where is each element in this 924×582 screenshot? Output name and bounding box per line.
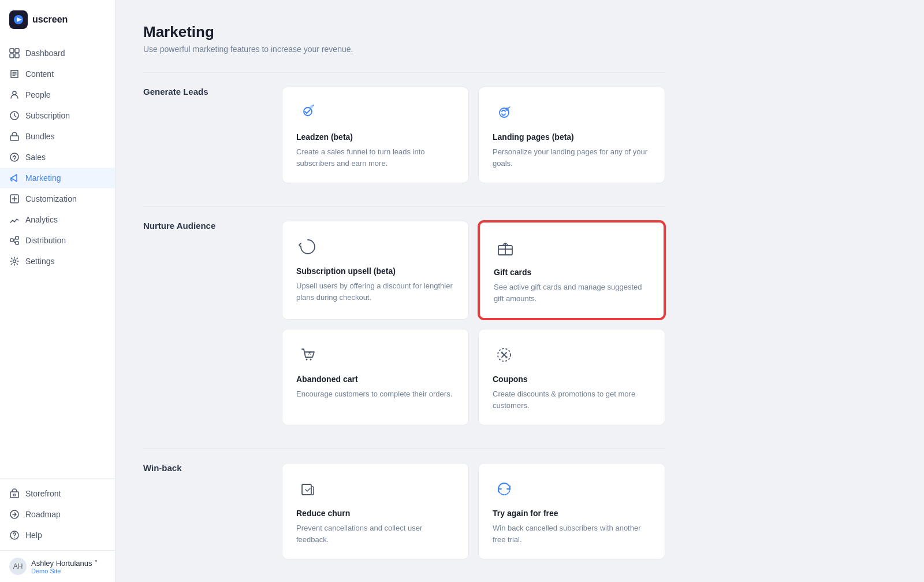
svg-rect-9 — [10, 136, 18, 140]
svg-point-31 — [501, 351, 503, 354]
card-try-again-free[interactable]: Try again for free Win back cancelled su… — [478, 463, 665, 559]
sidebar-item-dashboard-label: Dashboard — [25, 49, 65, 58]
card-gift-cards-desc: See active gift cards and manage suggest… — [494, 281, 650, 304]
sidebar-bottom: Storefront Roadmap Help — [0, 478, 115, 550]
landing-pages-icon — [493, 101, 516, 124]
svg-point-15 — [13, 260, 16, 263]
logo-area[interactable]: uscreen — [0, 0, 115, 38]
card-leadzen[interactable]: Leadzen (beta) Create a sales funnel to … — [282, 87, 469, 183]
card-landing-pages-title: Landing pages (beta) — [493, 132, 651, 142]
subscription-upsell-icon — [296, 235, 319, 258]
sidebar-item-help-label: Help — [25, 531, 42, 540]
sidebar-item-subscription-label: Subscription — [25, 111, 70, 120]
sidebar-item-help[interactable]: Help — [0, 525, 115, 546]
section-divider-nurture — [143, 206, 665, 207]
sidebar-item-analytics[interactable]: Analytics — [0, 209, 115, 230]
svg-point-20 — [14, 537, 14, 537]
sidebar-item-sales-label: Sales — [25, 153, 46, 162]
card-subscription-upsell[interactable]: Subscription upsell (beta) Upsell users … — [282, 221, 469, 320]
card-abandoned-cart-title: Abandoned cart — [296, 375, 454, 384]
main-content: Marketing Use powerful marketing feature… — [116, 0, 924, 582]
svg-rect-6 — [15, 54, 19, 58]
user-area[interactable]: AH Ashley Hortulanus ˅ Demo Site — [0, 550, 115, 582]
sidebar-item-content-label: Content — [25, 69, 54, 79]
sidebar-item-distribution[interactable]: Distribution — [0, 230, 115, 251]
page-title: Marketing — [143, 23, 665, 41]
sidebar-item-dashboard[interactable]: Dashboard — [0, 43, 115, 64]
svg-point-32 — [505, 356, 508, 358]
sidebar-item-customization-label: Customization — [25, 194, 77, 203]
sidebar: uscreen Dashboard Content People — [0, 0, 116, 582]
section-win-back: Win-back Reduce churn Prevent — [143, 448, 665, 559]
card-gift-cards[interactable]: Gift cards See active gift cards and man… — [478, 221, 665, 320]
svg-rect-17 — [13, 494, 16, 496]
sidebar-item-roadmap-label: Roadmap — [25, 510, 61, 519]
card-landing-pages-desc: Personalize your landing pages for any o… — [493, 146, 651, 169]
try-again-free-icon — [493, 477, 516, 501]
reduce-churn-icon — [296, 477, 319, 501]
section-nurture-audience: Nurture Audience Subscription upsell (be… — [143, 206, 665, 425]
sidebar-item-people[interactable]: People — [0, 84, 115, 105]
bundles-icon — [9, 131, 20, 142]
sidebar-item-distribution-label: Distribution — [25, 236, 66, 245]
section-divider-winback — [143, 448, 665, 449]
card-landing-pages[interactable]: Landing pages (beta) Personalize your la… — [478, 87, 665, 183]
settings-icon — [9, 256, 20, 266]
card-try-again-free-title: Try again for free — [493, 509, 651, 518]
sidebar-item-content[interactable]: Content — [0, 64, 115, 84]
content-icon — [9, 69, 20, 79]
nav-list: Dashboard Content People Subscription — [0, 38, 115, 478]
svg-rect-16 — [10, 492, 18, 498]
sidebar-item-analytics-label: Analytics — [25, 215, 58, 224]
sidebar-item-sales[interactable]: Sales — [0, 147, 115, 168]
svg-point-25 — [500, 108, 509, 117]
svg-rect-3 — [10, 49, 14, 53]
card-reduce-churn[interactable]: Reduce churn Prevent cancellations and c… — [282, 463, 469, 559]
avatar: AH — [9, 558, 27, 575]
user-site: Demo Site — [31, 568, 106, 574]
sales-icon — [9, 152, 20, 162]
svg-point-10 — [10, 153, 18, 161]
section-generate-leads: Generate Leads — [143, 72, 665, 183]
sidebar-item-subscription[interactable]: Subscription — [0, 105, 115, 126]
section-label-win-back: Win-back — [143, 463, 263, 473]
sidebar-item-customization[interactable]: Customization — [0, 188, 115, 209]
dashboard-icon — [9, 48, 20, 58]
card-coupons-title: Coupons — [493, 375, 651, 384]
card-reduce-churn-desc: Prevent cancellations and collect user f… — [296, 522, 454, 545]
help-icon — [9, 530, 20, 540]
sidebar-item-bundles-label: Bundles — [25, 132, 55, 141]
sidebar-item-bundles[interactable]: Bundles — [0, 126, 115, 147]
sidebar-item-roadmap[interactable]: Roadmap — [0, 504, 115, 525]
sidebar-item-settings[interactable]: Settings — [0, 251, 115, 272]
leadzen-icon — [296, 101, 319, 124]
sidebar-item-storefront[interactable]: Storefront — [0, 483, 115, 504]
card-abandoned-cart[interactable]: Abandoned cart Encourage customers to co… — [282, 329, 469, 425]
coupons-icon — [493, 343, 516, 366]
roadmap-icon — [9, 509, 20, 520]
section-cards-win-back: Reduce churn Prevent cancellations and c… — [282, 463, 665, 559]
page-subtitle: Use powerful marketing features to incre… — [143, 45, 665, 54]
card-leadzen-title: Leadzen (beta) — [296, 132, 454, 142]
svg-rect-5 — [10, 54, 14, 58]
svg-point-28 — [306, 359, 308, 361]
people-icon — [9, 90, 20, 100]
svg-point-24 — [313, 105, 314, 106]
marketing-icon — [9, 173, 20, 183]
sidebar-item-marketing[interactable]: Marketing — [0, 168, 115, 188]
card-coupons[interactable]: Coupons Create discounts & promotions to… — [478, 329, 665, 425]
storefront-icon — [9, 488, 20, 499]
logo-text: uscreen — [32, 14, 68, 25]
section-label-nurture-audience: Nurture Audience — [143, 221, 263, 231]
user-name: Ashley Hortulanus ˅ — [31, 559, 106, 568]
analytics-icon — [9, 214, 20, 225]
card-subscription-upsell-title: Subscription upsell (beta) — [296, 266, 454, 276]
svg-rect-4 — [15, 49, 19, 53]
distribution-icon — [9, 235, 20, 246]
uscreen-logo-icon — [9, 10, 28, 29]
card-subscription-upsell-desc: Upsell users by offering a discount for … — [296, 280, 454, 303]
svg-rect-14 — [16, 242, 18, 244]
sidebar-item-storefront-label: Storefront — [25, 489, 61, 498]
svg-rect-33 — [302, 484, 311, 495]
gift-cards-icon — [494, 236, 517, 260]
